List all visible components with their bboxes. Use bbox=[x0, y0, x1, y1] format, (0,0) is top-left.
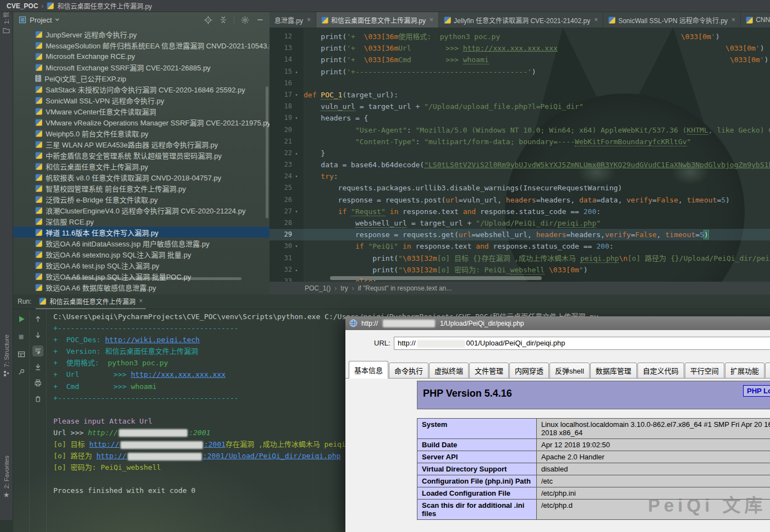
shell-tab[interactable]: 内网穿透 bbox=[509, 363, 549, 379]
close-icon[interactable]: × bbox=[430, 16, 433, 24]
fold-marker-icon[interactable]: ▴ bbox=[294, 264, 299, 276]
tree-item[interactable]: 深信服 RCE.py bbox=[13, 216, 270, 227]
fold-marker-icon[interactable]: ▾ bbox=[294, 206, 299, 217]
editor-tab[interactable]: 和信云桌面任意文件上传漏洞.py× bbox=[316, 12, 439, 28]
link-text[interactable]: http:// bbox=[96, 452, 127, 460]
shell-tab[interactable]: 文件管理 bbox=[469, 363, 509, 379]
shell-tab[interactable]: 自定义代码 bbox=[637, 363, 684, 379]
tree-item[interactable]: 中新金盾信息安全管理系统 默认超级管理员密码漏洞.py bbox=[13, 150, 270, 161]
tree-item[interactable]: JunpServer 远程命令执行.py bbox=[13, 29, 270, 40]
editor-tab[interactable]: Jellyfin 任意文件读取漏洞 CVE-2021-21402.py× bbox=[439, 12, 603, 28]
line-number-gutter[interactable]: 32▴ bbox=[270, 264, 304, 276]
line-number-gutter[interactable]: 14 bbox=[270, 54, 304, 65]
pin-button[interactable] bbox=[16, 366, 27, 377]
close-icon[interactable]: × bbox=[139, 297, 142, 305]
tree-item[interactable]: Microsoft Exchange SSRF漏洞 CVE-2021-26885… bbox=[13, 62, 270, 73]
tree-item[interactable]: 三星 WLAN AP WEA453e路由器 远程命令执行漏洞.py bbox=[13, 139, 270, 150]
tree-item[interactable]: Microsoft Exchange RCE.py bbox=[13, 51, 270, 62]
line-number-gutter[interactable]: 27▾ bbox=[270, 206, 304, 217]
close-icon[interactable]: × bbox=[594, 16, 598, 24]
tree-item[interactable]: 致远OA A6 test.jsp SQL注入漏洞 批量POC.py bbox=[13, 271, 270, 282]
toolwindow-button-structure[interactable]: 7: Structure bbox=[0, 334, 13, 377]
shell-tab[interactable]: 扩展功能 bbox=[725, 363, 765, 379]
line-number-gutter[interactable]: 20 bbox=[270, 124, 304, 136]
shell-tab[interactable]: 基本信息 bbox=[349, 361, 388, 379]
breadcrumb-item[interactable]: if "Requst" in response.text an... bbox=[358, 284, 452, 292]
fold-marker-icon[interactable]: ▾ bbox=[294, 171, 299, 182]
link-text[interactable]: http://xxx.xxx.xxx.xxx bbox=[131, 370, 226, 379]
tree-item[interactable]: 致远OA A6 test.jsp SQL注入漏洞.py bbox=[13, 260, 270, 271]
url-input[interactable]: http://001/Upload/PeiQi_dir/peiqi.php bbox=[394, 337, 770, 350]
tree-item[interactable]: 致远OA A6 initDataAssess.jsp 用户敏感信息泄露.py bbox=[13, 238, 270, 249]
chevron-down-icon[interactable] bbox=[55, 18, 59, 21]
line-number-gutter[interactable]: 21 bbox=[270, 136, 304, 147]
tree-item[interactable]: SonicWall SSL-VPN 远程命令执行.py bbox=[13, 95, 270, 106]
line-number-gutter[interactable]: 12 bbox=[270, 31, 304, 42]
collapse-all-button[interactable] bbox=[217, 14, 229, 25]
shell-tab[interactable]: 反弹shell bbox=[549, 363, 590, 379]
scroll-to-end-button[interactable] bbox=[32, 361, 43, 372]
editor-tab[interactable]: 息泄露.py× bbox=[270, 12, 316, 28]
line-number-gutter[interactable]: 15▴ bbox=[270, 66, 304, 78]
restore-layout-button[interactable] bbox=[16, 349, 27, 360]
settings-gear-button[interactable] bbox=[239, 14, 251, 25]
tree-item[interactable]: 泛微云桥 e-Bridge 任意文件读取.py bbox=[13, 194, 270, 205]
down-stacktrace-button[interactable] bbox=[32, 330, 43, 341]
line-number-gutter[interactable]: 18 bbox=[270, 101, 304, 112]
editor-horizontal-scrollbar[interactable] bbox=[330, 276, 542, 280]
tree-item[interactable]: VMware vCenter任意文件读取漏洞 bbox=[13, 106, 270, 117]
close-icon[interactable]: × bbox=[307, 16, 311, 24]
php-logo-link[interactable]: PHP Logo bbox=[743, 385, 770, 397]
tree-item[interactable]: 智慧校园管理系统 前台任意文件上传漏洞.py bbox=[13, 183, 270, 194]
link-text[interactable]: http:// bbox=[89, 440, 119, 448]
tree-vertical-scrollbar[interactable] bbox=[266, 86, 268, 218]
tree-item[interactable]: MessageSolution 邮件归档系统EEA 信息泄露漏洞 CNVD-20… bbox=[13, 40, 270, 51]
link-text[interactable]: :2001/Upload/PeiQi_dir/peiqi.php bbox=[203, 452, 340, 460]
locate-file-button[interactable] bbox=[202, 14, 214, 25]
line-number-gutter[interactable]: 33 bbox=[270, 276, 304, 282]
line-number-gutter[interactable]: 24▾ bbox=[270, 171, 304, 182]
link-text[interactable]: http://xxx.xxx.xxx.xxx bbox=[463, 44, 558, 52]
shell-tab[interactable]: 平行空间 bbox=[685, 363, 724, 379]
tree-item[interactable]: 禅道 11.6版本 任意文件写入漏洞.py bbox=[13, 227, 270, 238]
fold-marker-icon[interactable]: ▾ bbox=[294, 112, 299, 124]
line-number-gutter[interactable]: 13 bbox=[270, 42, 304, 54]
line-number-gutter[interactable]: 17▾ bbox=[270, 89, 304, 101]
line-number-gutter[interactable]: 23 bbox=[270, 159, 304, 171]
shell-tab[interactable]: 备忘录 bbox=[765, 363, 770, 379]
print-button[interactable] bbox=[32, 377, 43, 388]
link-text[interactable]: "LS0tLS0tV2ViS2l0Rm9ybUJvdW5kYXJ5ZmNLUmx… bbox=[424, 161, 770, 169]
line-number-gutter[interactable]: 31 bbox=[270, 253, 304, 264]
shell-tab[interactable]: 虚拟终端 bbox=[429, 363, 469, 379]
tree-item[interactable]: SaltStack 未授权访问命令执行漏洞 CVE-2020-16846 255… bbox=[13, 84, 270, 95]
line-number-gutter[interactable]: 16 bbox=[270, 78, 304, 89]
shell-tab[interactable]: 数据库管理 bbox=[590, 363, 637, 379]
line-number-gutter[interactable]: 29 bbox=[270, 229, 304, 240]
tree-item[interactable]: PeiQi文库_已公开EXP.zip bbox=[13, 73, 270, 84]
editor-code-area[interactable]: 12 print('+ \033[36m使用格式: python3 poc.py… bbox=[270, 28, 770, 282]
tree-item[interactable]: Weiphp5.0 前台文件任意读取.py bbox=[13, 128, 270, 139]
breadcrumb-item[interactable]: POC_1() bbox=[305, 284, 331, 292]
toolwindow-button-favorites[interactable]: 2: Favorites ★ bbox=[0, 456, 13, 498]
line-number-gutter[interactable]: 26 bbox=[270, 194, 304, 206]
link-text[interactable]: http://wiki.peiqi.tech bbox=[105, 336, 200, 344]
project-panel-title[interactable]: Project bbox=[30, 16, 52, 24]
fold-marker-icon[interactable]: ▾ bbox=[294, 89, 299, 101]
tree-item[interactable]: VMware vRealize Operations Manager SSRF漏… bbox=[13, 117, 270, 128]
line-number-gutter[interactable]: 28 bbox=[270, 217, 304, 229]
shell-tab[interactable]: 命令执行 bbox=[389, 363, 428, 379]
editor-tab[interactable]: SonicWall SSL-VPN 远程命令执行.py× bbox=[603, 12, 741, 28]
line-number-gutter[interactable]: 30▾ bbox=[270, 240, 304, 252]
breadcrumb-item[interactable]: try bbox=[340, 284, 348, 292]
tree-item[interactable]: 致远OA A6 setextno.jsp SQL注入漏洞 批量.py bbox=[13, 249, 270, 260]
run-tab[interactable]: 和信云桌面任意文件上传漏洞 × bbox=[36, 294, 146, 309]
link-text[interactable]: :2001 bbox=[204, 440, 226, 448]
soft-wrap-button[interactable] bbox=[32, 345, 43, 357]
editor-tab[interactable]: CNN× bbox=[741, 12, 770, 28]
tree-item[interactable]: 致远OA A6 数据库敏感信息泄露.py bbox=[13, 282, 270, 292]
fold-marker-icon[interactable]: ▾ bbox=[294, 240, 299, 252]
tree-item[interactable]: 帆软报表 v8.0 任意文件读取漏洞 CNVD-2018-04757.py bbox=[13, 172, 270, 183]
fold-marker-icon[interactable]: ▴ bbox=[294, 147, 299, 159]
tree-horizontal-scrollbar[interactable] bbox=[65, 277, 241, 280]
tree-item[interactable]: 浪潮ClusterEngineV4.0 远程命令执行漏洞 CVE-2020-21… bbox=[13, 205, 270, 216]
